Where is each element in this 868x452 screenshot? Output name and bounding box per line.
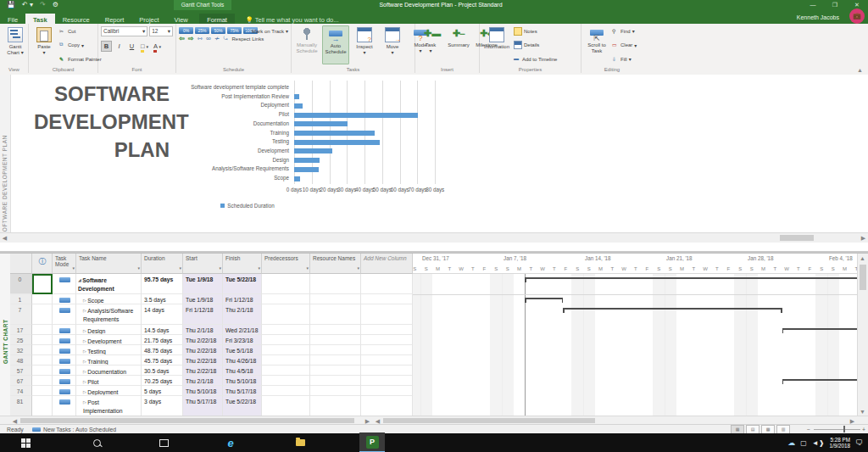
percent-complete-50-button[interactable]: 50% — [211, 27, 225, 34]
task-finish[interactable]: Tue 5/22/18 — [223, 396, 262, 416]
task-start[interactable]: Thu 5/17/18 — [183, 396, 223, 416]
indent-task-icon[interactable]: ⇨ — [188, 35, 194, 42]
row-id[interactable]: 67 — [10, 376, 32, 386]
gantt-vscrollbar[interactable]: ▲ ▼ — [857, 254, 868, 416]
link-tasks-icon[interactable]: ∞ — [206, 35, 211, 42]
filter-arrow-icon[interactable]: ▾ — [179, 265, 181, 271]
row-id[interactable]: 25 — [10, 335, 32, 345]
table-cell-pred[interactable] — [262, 294, 310, 304]
table-cell-pred[interactable] — [262, 274, 310, 294]
search-icon[interactable] — [86, 433, 107, 452]
table-cell-info[interactable] — [32, 396, 53, 416]
move-button[interactable]: → Move▾ — [380, 25, 405, 64]
task-duration[interactable]: 21.75 days — [142, 335, 183, 345]
table-cell-addnew[interactable] — [361, 325, 413, 335]
cut-button[interactable]: ✂Cut — [59, 27, 102, 35]
table-cell-pred[interactable] — [262, 335, 310, 345]
summary-bar[interactable] — [525, 277, 858, 279]
scroll-right-icon[interactable]: ▶ — [859, 233, 868, 243]
table-cell-name[interactable]: ▷ Analysis/Software Requirements — [76, 304, 142, 325]
table-cell-mode[interactable] — [53, 325, 76, 335]
task-start[interactable]: Tue 1/9/18 — [183, 294, 223, 304]
row-id[interactable]: 1 — [10, 294, 32, 304]
column-header-name[interactable]: Task Name▾ — [76, 254, 142, 274]
task-duration[interactable]: 45.75 days — [142, 355, 183, 366]
row-id[interactable]: 17 — [10, 325, 32, 335]
respect-links-button[interactable]: ⤿Respect Links — [224, 35, 264, 42]
task-finish[interactable]: Thu 4/26/18 — [223, 355, 262, 366]
table-cell-pred[interactable] — [262, 325, 310, 335]
ms-project-taskbar-icon[interactable]: P — [359, 432, 385, 452]
bold-button[interactable]: B — [101, 41, 112, 52]
table-cell-res[interactable] — [310, 325, 361, 335]
table-cell-name[interactable]: ▷ Deployment — [76, 386, 142, 396]
save-icon[interactable]: 💾 — [7, 0, 15, 10]
table-cell-info[interactable] — [32, 386, 53, 396]
table-cell-addnew[interactable] — [361, 274, 413, 294]
table-cell-mode[interactable] — [53, 366, 76, 376]
task-start[interactable]: Fri 1/12/18 — [183, 304, 223, 325]
insert-task-button[interactable]: ✚▬ Task▾ — [418, 25, 443, 64]
table-cell-pred[interactable] — [262, 376, 310, 386]
table-cell-name[interactable]: ▷ Post Implementation — [76, 396, 142, 416]
summary-bracket-bar[interactable] — [782, 379, 858, 381]
table-cell-name[interactable]: ◢ Software Development — [76, 274, 142, 294]
task-start[interactable]: Thu 5/10/18 — [183, 386, 223, 396]
table-hscroll-thumb[interactable] — [20, 418, 354, 423]
summary-bracket-bar[interactable] — [782, 328, 858, 330]
table-cell-name[interactable]: ▷ Documentation — [76, 366, 142, 376]
table-cell-res[interactable] — [310, 366, 361, 376]
task-finish[interactable]: Fri 3/23/18 — [223, 335, 262, 345]
background-color-button[interactable]: □ ▾ — [139, 41, 150, 52]
manually-schedule-button[interactable]: Manually Schedule — [294, 25, 320, 64]
scroll-left-icon[interactable]: ◀ — [0, 233, 9, 243]
filter-arrow-icon[interactable]: ▾ — [72, 265, 75, 271]
row-id[interactable]: 81 — [10, 396, 32, 416]
start-button[interactable] — [15, 433, 36, 452]
table-cell-addnew[interactable] — [361, 304, 413, 325]
column-header-duration[interactable]: Duration▾ — [142, 254, 183, 274]
gantt-hscroll-thumb[interactable] — [383, 418, 595, 423]
table-cell-info[interactable] — [32, 335, 53, 345]
task-start[interactable]: Thu 2/22/18 — [183, 366, 223, 376]
zoom-slider-thumb[interactable] — [843, 426, 845, 432]
task-finish[interactable]: Fri 1/12/18 — [223, 294, 262, 304]
top-pane-sidebar[interactable]: SOFTWARE DEVELOPMENT PLAN — [0, 75, 11, 242]
task-start[interactable]: Thu 2/22/18 — [183, 355, 223, 366]
table-cell-name[interactable]: ▷ Testing — [76, 345, 142, 355]
clear-button[interactable]: ▭Clear ▾ — [612, 42, 637, 49]
font-size-select[interactable]: 12▾ — [149, 26, 173, 36]
table-cell-pred[interactable] — [262, 396, 310, 416]
task-duration[interactable]: 95.75 days — [142, 274, 183, 294]
column-header-finish[interactable]: Finish▾ — [223, 254, 262, 274]
mark-on-track-button[interactable]: ✓Mark on Track ▾ — [243, 27, 288, 35]
summary-bracket-bar[interactable] — [525, 298, 563, 299]
table-cell-name[interactable]: ▷ Training — [76, 355, 142, 366]
edge-browser-icon[interactable]: e — [220, 433, 241, 452]
column-header-addnew[interactable]: Add New Column — [361, 254, 413, 274]
table-cell-info[interactable] — [32, 345, 53, 355]
percent-complete-25-button[interactable]: 25% — [195, 27, 209, 34]
task-duration[interactable]: 30.5 days — [142, 366, 183, 376]
row-id[interactable]: 0 — [10, 274, 32, 294]
table-cell-mode[interactable] — [53, 345, 76, 355]
scroll-to-task-button[interactable]: ⇱ Scroll to Task — [584, 25, 609, 64]
table-cell-addnew[interactable] — [361, 345, 413, 355]
minimize-button[interactable]: — — [802, 0, 824, 10]
table-cell-info[interactable] — [32, 304, 53, 325]
zoom-slider[interactable] — [814, 429, 860, 430]
paste-button[interactable]: Paste▾ — [31, 25, 57, 64]
weather-icon[interactable]: ☁ — [787, 438, 795, 447]
row-id[interactable]: 57 — [10, 366, 32, 376]
table-cell-info[interactable] — [32, 366, 53, 376]
table-cell-info[interactable] — [32, 355, 53, 366]
task-start[interactable]: Thu 2/1/18 — [183, 325, 223, 335]
customize-qat-icon[interactable]: ⚙ — [53, 0, 58, 10]
percent-complete-0-button[interactable]: 0% — [179, 27, 193, 34]
selected-cell[interactable] — [32, 274, 53, 294]
table-cell-addnew[interactable] — [361, 294, 413, 304]
table-cell-res[interactable] — [310, 396, 361, 416]
row-id[interactable]: 74 — [10, 386, 32, 396]
task-duration[interactable]: 48.75 days — [142, 345, 183, 355]
row-id[interactable]: 7 — [10, 304, 32, 325]
